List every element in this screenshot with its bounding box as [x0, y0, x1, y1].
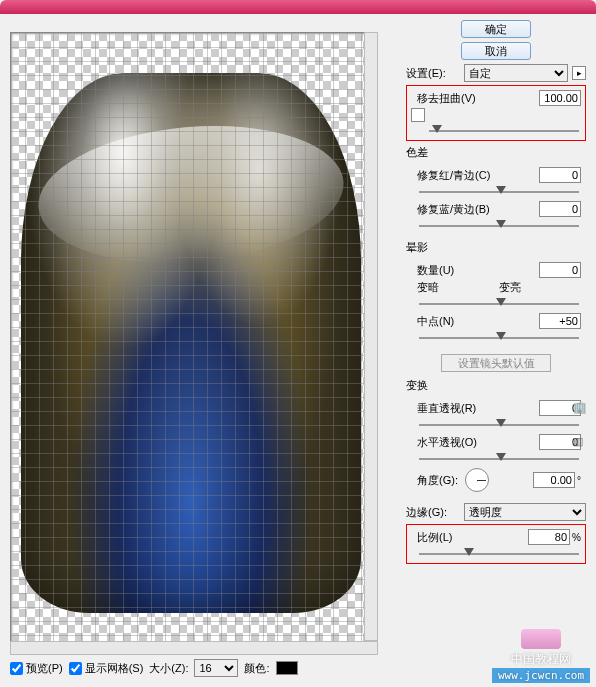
vpersp-label: 垂直透视(R): [411, 401, 499, 416]
blueyellow-label: 修复蓝/黄边(B): [411, 202, 499, 217]
vignette-amount-input[interactable]: [539, 262, 581, 278]
preview-checkbox[interactable]: 预览(P): [10, 661, 63, 676]
redcyan-input[interactable]: [539, 167, 581, 183]
hpersp-slider[interactable]: [419, 452, 579, 466]
watermark: 中国教程网 www.jcwcn.com: [492, 629, 590, 683]
controls-panel: 确定 取消 设置(E): 自定 ▸ 移去扭曲(V) 色差 修复红/青边(C): [400, 14, 596, 687]
dark-light-labels: 变暗 变亮: [411, 280, 531, 295]
grid-toggle-icon[interactable]: [411, 108, 425, 122]
watermark-logo: [521, 629, 561, 649]
blueyellow-input[interactable]: [539, 201, 581, 217]
vignette-amount-label: 数量(U): [411, 263, 499, 278]
settings-select[interactable]: 自定: [464, 64, 568, 82]
footer-bar: 预览(P) 显示网格(S) 大小(Z): 16 颜色:: [10, 657, 390, 679]
distortion-input[interactable]: [539, 90, 581, 106]
grid-overlay: [11, 33, 377, 651]
midpoint-slider[interactable]: [419, 331, 579, 345]
midpoint-input[interactable]: [539, 313, 581, 329]
settings-label: 设置(E):: [406, 66, 460, 81]
transform-title: 变换: [406, 378, 586, 393]
angle-input[interactable]: [533, 472, 575, 488]
settings-menu-icon[interactable]: ▸: [572, 66, 586, 80]
vignette-amount-slider[interactable]: [419, 297, 579, 311]
vpersp-slider[interactable]: [419, 418, 579, 432]
angle-dial[interactable]: [465, 468, 489, 492]
redcyan-slider[interactable]: [419, 185, 579, 199]
hpersp-label: 水平透视(O): [411, 435, 499, 450]
angle-label: 角度(G):: [411, 473, 465, 488]
preview-canvas[interactable]: [10, 32, 378, 652]
grid-size-select[interactable]: 16: [194, 659, 238, 677]
distortion-label: 移去扭曲(V): [411, 91, 499, 106]
angle-unit: °: [577, 475, 581, 486]
cancel-button[interactable]: 取消: [461, 42, 531, 60]
scale-unit: %: [572, 532, 581, 543]
preview-label: 预览(P): [26, 661, 63, 676]
preview-check[interactable]: [10, 662, 23, 675]
vpersp-icon: 🏢: [573, 401, 587, 415]
scrollbar-vertical[interactable]: [364, 32, 378, 641]
color-swatch[interactable]: [276, 661, 298, 675]
grid-checkbox[interactable]: 显示网格(S): [69, 661, 144, 676]
titlebar: [0, 0, 596, 14]
watermark-site: 中国教程网: [492, 651, 590, 668]
hpersp-icon: ▥: [573, 435, 587, 449]
scrollbar-horizontal[interactable]: [10, 641, 378, 655]
scale-slider[interactable]: [419, 547, 579, 561]
blueyellow-slider[interactable]: [419, 219, 579, 233]
redcyan-label: 修复红/青边(C): [411, 168, 499, 183]
lens-default-button[interactable]: 设置镜头默认值: [441, 354, 551, 372]
distortion-slider[interactable]: [429, 124, 579, 138]
watermark-url: www.jcwcn.com: [492, 668, 590, 683]
distortion-group: 移去扭曲(V): [406, 85, 586, 141]
edge-label: 边缘(G):: [406, 505, 460, 520]
vignette-title: 晕影: [406, 240, 586, 255]
scale-label: 比例(L): [411, 530, 499, 545]
scale-input[interactable]: [528, 529, 570, 545]
grid-check[interactable]: [69, 662, 82, 675]
scale-group: 比例(L) %: [406, 524, 586, 564]
grid-label: 显示网格(S): [85, 661, 144, 676]
edge-select[interactable]: 透明度: [464, 503, 586, 521]
size-label: 大小(Z):: [149, 661, 188, 676]
preview-pane: 预览(P) 显示网格(S) 大小(Z): 16 颜色:: [0, 14, 400, 687]
chromatic-title: 色差: [406, 145, 586, 160]
ok-button[interactable]: 确定: [461, 20, 531, 38]
midpoint-label: 中点(N): [411, 314, 499, 329]
color-label: 颜色:: [244, 661, 269, 676]
